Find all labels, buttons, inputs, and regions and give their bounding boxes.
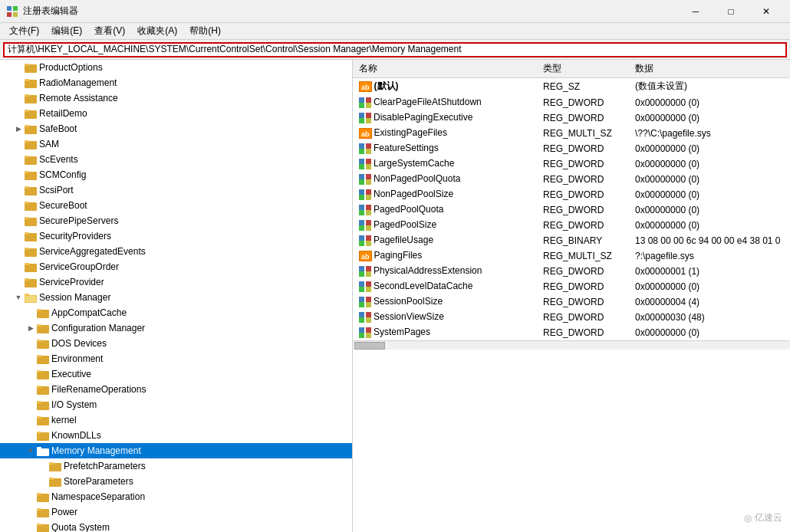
folder-icon: [49, 461, 61, 471]
tree-item-scmConfig[interactable]: SCMConfig: [0, 167, 352, 182]
tree-item-secureBoot[interactable]: SecureBoot: [0, 198, 352, 213]
cell-name: PagedPoolQuota: [353, 202, 537, 218]
tree-item-executive[interactable]: Executive: [0, 366, 352, 382]
tree-item-retailDemo[interactable]: RetailDemo: [0, 106, 352, 121]
cell-name: PagedPoolSize: [353, 218, 537, 233]
maximize-button[interactable]: □: [713, 0, 749, 23]
tree-item-environment[interactable]: Environment: [0, 351, 352, 366]
table-row[interactable]: PhysicalAddressExtensionREG_DWORD0x00000…: [353, 264, 790, 279]
dword-icon: [359, 204, 374, 215]
table-row[interactable]: abExistingPageFilesREG_MULTI_SZ\??\C:\pa…: [353, 126, 790, 141]
tree-label: ProductOptions: [39, 62, 103, 73]
cell-data: 0x00000001 (1): [629, 264, 790, 279]
folder-icon: [25, 169, 37, 180]
table-row[interactable]: abPagingFilesREG_MULTI_SZ?:\pagefile.sys: [353, 248, 790, 264]
cell-type: REG_DWORD: [537, 310, 629, 325]
tree-item-serviceGroupOrder[interactable]: ServiceGroupOrder: [0, 259, 352, 274]
expand-icon[interactable]: ▶: [25, 322, 37, 334]
tree-item-kernel[interactable]: kernel: [0, 412, 352, 428]
menu-edit[interactable]: 编辑(E): [45, 23, 88, 39]
tree-item-sessionManager[interactable]: ▼ Session Manager: [0, 290, 352, 305]
tree-item-radioManagement[interactable]: RadioManagement: [0, 75, 352, 90]
tree-item-scsiPort[interactable]: ScsiPort: [0, 182, 352, 198]
tree-item-prefetchParameters[interactable]: PrefetchParameters: [0, 458, 352, 474]
tree-item-serviceProvider[interactable]: ServiceProvider: [0, 274, 352, 290]
tree-item-dosDevices[interactable]: DOS Devices: [0, 336, 352, 351]
minimize-button[interactable]: ─: [678, 0, 713, 23]
tree-item-configurationManager[interactable]: ▶ Configuration Manager: [0, 320, 352, 336]
svg-rect-95: [359, 210, 364, 215]
table-row[interactable]: SystemPagesREG_DWORD0x00000000 (0): [353, 325, 790, 340]
tree-label: Session Manager: [39, 292, 110, 303]
svg-rect-3: [13, 12, 18, 17]
table-row[interactable]: FeatureSettingsREG_DWORD0x00000000 (0): [353, 141, 790, 156]
svg-rect-103: [359, 241, 364, 246]
tree-label: SecurityProviders: [39, 231, 111, 241]
expand-icon[interactable]: ▶: [12, 123, 25, 135]
tree-item-scEvents[interactable]: ScEvents: [0, 152, 352, 167]
table-row[interactable]: NonPagedPoolSizeREG_DWORD0x00000000 (0): [353, 187, 790, 202]
cell-name: ab(默认): [353, 78, 537, 95]
col-header-type: 类型: [537, 60, 629, 78]
folder-icon: [25, 200, 37, 211]
svg-rect-8: [25, 79, 29, 81]
folder-icon: [37, 430, 49, 441]
svg-rect-22: [25, 186, 29, 189]
tree-item-safeBoot[interactable]: ▶ SafeBoot: [0, 121, 352, 136]
expand-icon[interactable]: ▼: [25, 445, 37, 457]
tree-item-knownDLLs[interactable]: KnownDLLs: [0, 428, 352, 443]
tree-item-securePipeServers[interactable]: SecurePipeServers: [0, 213, 352, 228]
expand-icon[interactable]: ▼: [12, 291, 25, 304]
tree-item-memoryManagement[interactable]: ▼ Memory Management: [0, 443, 352, 458]
cell-data: 13 08 00 00 6c 94 00 00 e4 38 01 0: [629, 233, 790, 248]
cell-data: 0x00000000 (0): [629, 202, 790, 218]
registry-name: SessionViewSize: [374, 311, 444, 322]
tree-item-power[interactable]: Power: [0, 504, 352, 520]
table-row[interactable]: LargeSystemCacheREG_DWORD0x00000000 (0): [353, 156, 790, 172]
detail-pane[interactable]: 名称 类型 数据 ab(默认)REG_SZ(数值未设置)ClearPageFil…: [353, 60, 790, 532]
cell-name: DisablePagingExecutive: [353, 110, 537, 126]
tree-item-productOptions[interactable]: ProductOptions: [0, 60, 352, 75]
tree-item-sam[interactable]: SAM: [0, 136, 352, 152]
tree-item-appCompatCache[interactable]: AppCompatCache: [0, 305, 352, 320]
table-row[interactable]: NonPagedPoolQuotaREG_DWORD0x00000000 (0): [353, 172, 790, 187]
app-icon: [6, 5, 18, 18]
scrollbar-thumb[interactable]: [354, 342, 385, 350]
close-button[interactable]: ✕: [749, 0, 784, 23]
table-row[interactable]: PagedPoolQuotaREG_DWORD0x00000000 (0): [353, 202, 790, 218]
horizontal-scrollbar[interactable]: [353, 340, 790, 350]
dword-icon: [359, 143, 374, 153]
svg-rect-58: [38, 449, 48, 455]
address-input[interactable]: [3, 42, 787, 57]
tree-item-namespaceSeparation[interactable]: NamespaceSeparation: [0, 489, 352, 504]
menu-favorites[interactable]: 收藏夹(A): [131, 23, 183, 39]
tree-item-fileRenameOperations[interactable]: FileRenameOperations: [0, 382, 352, 397]
tree-label: Power: [51, 507, 77, 517]
table-row[interactable]: SecondLevelDataCacheREG_DWORD0x00000000 …: [353, 279, 790, 294]
cell-type: REG_DWORD: [537, 325, 629, 340]
tree-item-quotaSystem[interactable]: Quota System: [0, 520, 352, 532]
table-row[interactable]: SessionViewSizeREG_DWORD0x00000030 (48): [353, 310, 790, 325]
tree-item-ioSystem[interactable]: I/O System: [0, 397, 352, 412]
tree-pane[interactable]: ProductOptions RadioManagement Remote As…: [0, 60, 353, 532]
table-row[interactable]: PagefileUsageREG_BINARY13 08 00 00 6c 94…: [353, 233, 790, 248]
table-row[interactable]: ab(默认)REG_SZ(数值未设置): [353, 78, 790, 95]
menu-file[interactable]: 文件(F): [3, 23, 45, 39]
tree-item-remoteAssistance[interactable]: Remote Assistance: [0, 90, 352, 106]
table-row[interactable]: ClearPageFileAtShutdownREG_DWORD0x000000…: [353, 95, 790, 110]
svg-rect-105: [359, 266, 364, 271]
string-icon: ab: [359, 80, 374, 91]
tree-item-storeParameters[interactable]: StoreParameters: [0, 474, 352, 489]
table-row[interactable]: PagedPoolSizeREG_DWORD0x00000000 (0): [353, 218, 790, 233]
dword-icon: [359, 296, 374, 307]
tree-item-securityProviders[interactable]: SecurityProviders: [0, 228, 352, 244]
menu-view[interactable]: 查看(V): [88, 23, 131, 39]
cell-name: SystemPages: [353, 325, 537, 340]
table-row[interactable]: DisablePagingExecutiveREG_DWORD0x0000000…: [353, 110, 790, 126]
folder-icon: [37, 353, 49, 364]
watermark-prefix: ◎: [744, 513, 752, 524]
tree-item-serviceAggregatedEvents[interactable]: ServiceAggregatedEvents: [0, 244, 352, 259]
table-row[interactable]: SessionPoolSizeREG_DWORD0x00000004 (4): [353, 294, 790, 310]
svg-rect-91: [359, 195, 364, 200]
menu-help[interactable]: 帮助(H): [183, 23, 227, 39]
